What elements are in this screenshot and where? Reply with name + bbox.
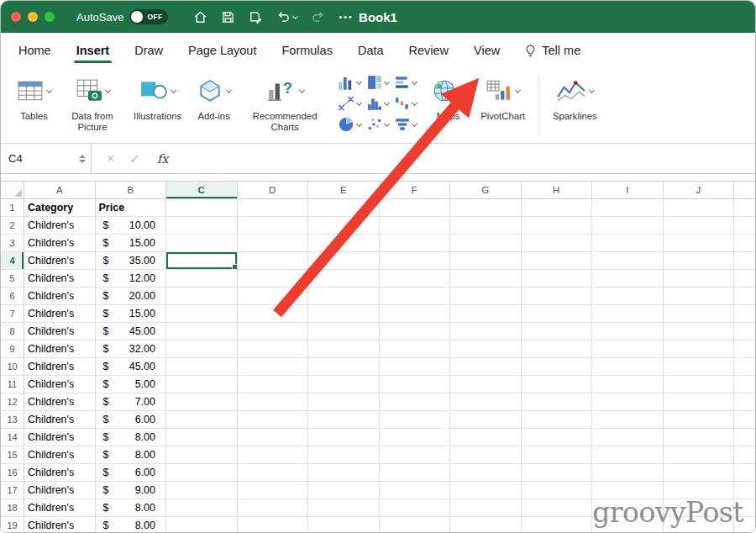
column-header-F[interactable]: F [380,182,451,198]
cell-C2[interactable] [166,217,238,235]
cell-B19[interactable]: $8.00 [96,517,167,533]
cell-A17[interactable]: Children's [24,482,96,499]
cell-G19[interactable] [450,517,522,533]
row-header-2[interactable]: 2 [1,217,24,235]
cell-I7[interactable] [592,305,664,323]
cell-C1[interactable] [166,199,238,217]
cell-G13[interactable] [450,411,522,429]
cell-H13[interactable] [522,411,593,429]
cell-J4[interactable] [664,252,735,270]
home-button[interactable] [193,10,207,24]
tab-draw[interactable]: Draw [134,34,164,67]
cell-C15[interactable] [166,446,238,464]
tab-insert[interactable]: Insert [76,34,111,67]
insert-column-chart-button[interactable] [338,74,361,91]
cell-H17[interactable] [522,482,593,499]
cell-B15[interactable]: $8.00 [96,446,167,464]
cell-B11[interactable]: $5.00 [96,376,167,393]
row-header-12[interactable]: 12 [1,393,24,411]
cell-A14[interactable]: Children's [24,429,96,446]
cell-I3[interactable] [592,235,664,252]
cell-C9[interactable] [166,340,238,358]
cell-J9[interactable] [664,340,735,358]
cell-H8[interactable] [522,323,593,340]
cell-J10[interactable] [664,358,735,376]
cell-I8[interactable] [592,323,664,340]
cell-H3[interactable] [522,235,593,252]
cell-E2[interactable] [308,217,380,235]
cell-C8[interactable] [166,323,238,340]
cell-E15[interactable] [308,446,380,464]
cell-I2[interactable] [592,217,664,235]
cell-D8[interactable] [238,323,309,340]
cell-J15[interactable] [664,446,735,464]
cell-D13[interactable] [238,411,309,429]
tab-page-layout[interactable]: Page Layout [187,34,257,67]
cell-G1[interactable] [450,199,522,217]
cell-H9[interactable] [522,340,593,358]
maps-button[interactable]: Maps [431,74,465,122]
cell-B4[interactable]: $35.00 [96,252,167,270]
cell-G4[interactable] [450,252,522,270]
tab-formulas[interactable]: Formulas [281,34,333,67]
row-header-5[interactable]: 5 [1,270,24,288]
cell-G8[interactable] [450,323,522,340]
cell-G2[interactable] [450,217,522,235]
row-header-3[interactable]: 3 [1,235,24,252]
column-header-C[interactable]: C [166,182,238,198]
cell-D9[interactable] [238,340,309,358]
cell-B18[interactable]: $8.00 [96,499,167,517]
tab-data[interactable]: Data [357,34,385,67]
cell-D10[interactable] [238,358,309,376]
cell-A19[interactable]: Children's [24,517,96,533]
cell-D16[interactable] [238,464,309,482]
cell-D14[interactable] [238,429,309,446]
cell-B6[interactable]: $20.00 [96,288,167,305]
cell-A3[interactable]: Children's [24,235,96,252]
cell-C16[interactable] [166,464,238,482]
cell-I12[interactable] [592,393,664,411]
cell-A10[interactable]: Children's [24,358,96,376]
cell-G6[interactable] [450,288,522,305]
data-from-picture-button[interactable]: Data from Picture [66,74,118,134]
cell-C6[interactable] [166,288,238,305]
cell-J12[interactable] [664,393,735,411]
name-box[interactable]: C4 [1,144,92,173]
cancel-entry-button[interactable]: × [107,151,114,166]
cell-H6[interactable] [522,288,593,305]
column-header-A[interactable]: A [24,182,96,198]
row-header-15[interactable]: 15 [1,446,24,464]
cell-E17[interactable] [308,482,380,499]
cell-H10[interactable] [522,358,593,376]
row-header-7[interactable]: 7 [1,305,24,323]
cell-B9[interactable]: $32.00 [96,340,167,358]
cell-B2[interactable]: $10.00 [96,217,167,235]
cell-I10[interactable] [592,358,664,376]
cell-C11[interactable] [166,376,238,393]
redo-button[interactable] [311,10,325,24]
cell-G17[interactable] [450,482,522,499]
column-header-H[interactable]: H [522,182,593,198]
cell-F4[interactable] [380,252,451,270]
cell-G18[interactable] [450,499,522,517]
cell-I1[interactable] [592,199,664,217]
cell-J7[interactable] [664,305,735,323]
cell-E9[interactable] [308,340,380,358]
cell-J13[interactable] [664,411,735,429]
autosave-toggle[interactable]: OFF [129,9,168,24]
cell-D7[interactable] [238,305,309,323]
cell-G5[interactable] [450,270,522,288]
cell-C7[interactable] [166,305,238,323]
cell-F18[interactable] [380,499,451,517]
cell-C4[interactable] [166,252,238,270]
row-header-17[interactable]: 17 [1,482,24,499]
cell-D17[interactable] [238,482,309,499]
cell-D5[interactable] [238,270,309,288]
cell-G14[interactable] [450,429,522,446]
insert-function-button[interactable]: fx [157,152,169,166]
column-header-J[interactable]: J [664,182,735,198]
cell-G7[interactable] [450,305,522,323]
close-button[interactable] [11,12,21,22]
cell-I15[interactable] [592,446,664,464]
cell-C12[interactable] [166,393,238,411]
